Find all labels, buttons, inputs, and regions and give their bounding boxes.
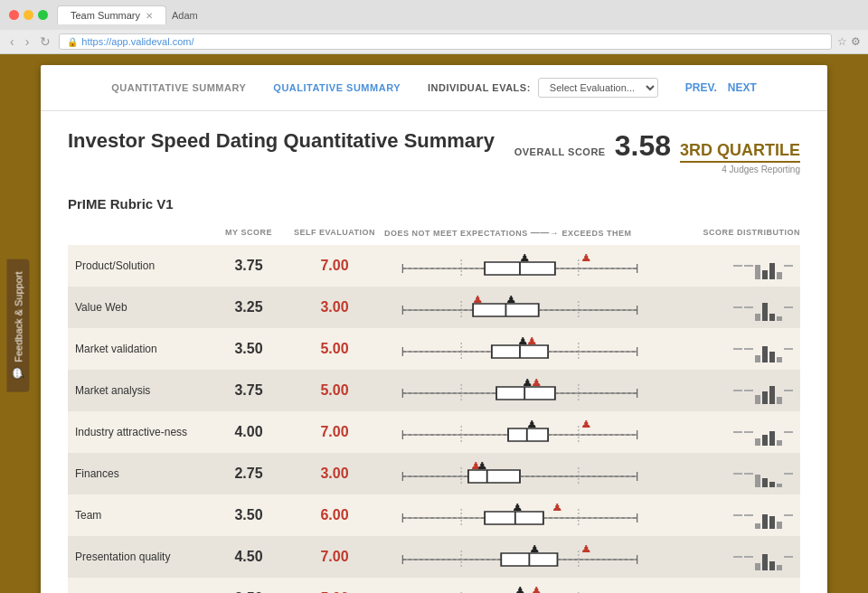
table-row: Finances 2.75 3.00 ♟ ♟ [68, 453, 800, 494]
svg-text:♟: ♟ [580, 252, 591, 263]
overall-score-value: 3.58 [615, 129, 671, 163]
lock-icon: 🔒 [67, 37, 78, 47]
judges-text: 4 Judges Reporting [722, 165, 800, 174]
boxplot-area: ♟ ♟ [384, 419, 656, 446]
extensions-icon[interactable]: ⚙ [851, 35, 861, 48]
tab-title: Team Summary [71, 10, 140, 21]
app-wrapper: 💬 Feedback & Support QUANTITATIVE SUMMAR… [0, 54, 868, 593]
dist-left-label: DOES NOT MEET EXPECTATIONS [384, 229, 528, 238]
dist-bar [769, 352, 775, 362]
overall-score-row: OVERALL SCORE 3.58 3RD QUARTILE [514, 129, 800, 163]
dist-dashes [784, 348, 793, 350]
individual-evals-section: INDIVIDUAL EVALS: Select Evaluation... [428, 78, 658, 98]
prev-next-nav: PREV. NEXT [685, 81, 757, 94]
browser-tab[interactable]: Team Summary ✕ [57, 5, 166, 24]
my-score: 3.75 [212, 258, 285, 274]
svg-text:♟: ♟ [512, 502, 523, 513]
refresh-icon[interactable]: ↻ [37, 34, 53, 49]
self-eval-score: 7.00 [285, 549, 384, 565]
svg-text:♟: ♟ [531, 585, 542, 593]
svg-rect-37 [496, 387, 555, 400]
svg-rect-70 [485, 512, 543, 524]
dist-area [656, 294, 800, 321]
main-content: Investor Speed Dating Quantitative Summa… [41, 111, 827, 593]
dist-area [656, 543, 800, 570]
dist-bar [777, 440, 782, 446]
dist-dashes [733, 306, 753, 308]
dist-dash [784, 390, 793, 391]
boxplot-svg: ♟ ♟ [392, 502, 648, 529]
svg-text:♟: ♟ [505, 294, 516, 305]
row-label: Market validation [68, 343, 212, 355]
col-header-self-eval: SELF EVALUATION [285, 228, 384, 238]
dist-right-label: EXCEEDS THEM [561, 229, 631, 238]
prev-button[interactable]: PREV. [685, 81, 717, 94]
qualitative-nav-link[interactable]: QUALITATIVE SUMMARY [273, 82, 401, 93]
boxplot-area: ♟ ♟ [384, 543, 656, 570]
dist-dashes [733, 348, 753, 350]
quantitative-nav-link[interactable]: QUANTITATIVE SUMMARY [111, 82, 246, 93]
dist-dashes [733, 390, 753, 391]
dist-area [656, 252, 800, 279]
self-eval-score: 6.00 [285, 507, 384, 523]
row-label: Finances [68, 467, 212, 480]
address-bar[interactable]: 🔒 https://app.valideval.com/ [59, 33, 832, 50]
dist-dash [784, 431, 793, 433]
dist-bar [769, 482, 775, 487]
svg-text:♟: ♟ [519, 252, 530, 263]
forward-icon[interactable]: › [23, 34, 33, 49]
dist-dash [733, 431, 742, 433]
table-row: Value Web 3.25 3.00 ♟ ♟ [68, 287, 800, 328]
eval-select[interactable]: Select Evaluation... [538, 78, 658, 98]
table-header: MY SCORE SELF EVALUATION DOES NOT MEET E… [68, 222, 800, 243]
my-score: 3.75 [212, 382, 285, 399]
feedback-label: Feedback & Support [13, 271, 24, 362]
dist-dash [784, 556, 793, 558]
dist-bar [777, 565, 782, 570]
bookmark-icon[interactable]: ☆ [837, 35, 847, 48]
my-score: 2.75 [212, 466, 285, 482]
self-eval-score: 7.00 [285, 258, 384, 274]
row-label: Value Web [68, 301, 212, 314]
dist-dash [733, 514, 742, 516]
quartile-badge: 3RD QUARTILE [680, 141, 800, 163]
row-label: Market analysis [68, 384, 212, 397]
dist-dashes [784, 431, 793, 433]
dist-bar [769, 386, 775, 404]
dist-bar [762, 478, 768, 487]
boxplot-svg: ♟ ♟ [392, 294, 648, 321]
svg-text:♟: ♟ [526, 335, 537, 346]
self-eval-score: 3.00 [285, 299, 384, 315]
dist-dash [744, 265, 753, 267]
maximize-dot[interactable] [38, 10, 48, 20]
dist-dash [784, 348, 793, 350]
svg-text:♟: ♟ [526, 419, 537, 429]
col-header-my-score: MY SCORE [212, 228, 285, 238]
boxplot-area: ♟ ♟ [384, 294, 656, 321]
feedback-icon: 💬 [13, 367, 24, 380]
dist-bar [777, 397, 782, 404]
next-button[interactable]: NEXT [728, 81, 757, 94]
dist-bar [755, 475, 760, 487]
dist-dash [784, 306, 793, 308]
feedback-tab[interactable]: 💬 Feedback & Support [7, 259, 30, 391]
boxplot-svg: ♟ ♟ [392, 585, 648, 593]
svg-text:♟: ♟ [514, 585, 525, 593]
table-row: Presentation quality 4.50 7.00 ♟ [68, 536, 800, 578]
svg-text:♟: ♟ [531, 377, 542, 388]
svg-text:♟: ♟ [522, 377, 533, 388]
tab-close-icon[interactable]: ✕ [146, 11, 153, 21]
dist-dash [744, 306, 753, 308]
my-score: 4.50 [212, 549, 285, 565]
score-section: OVERALL SCORE 3.58 3RD QUARTILE 4 Judges… [514, 129, 800, 174]
close-dot[interactable] [9, 10, 19, 20]
dist-bar [755, 395, 760, 404]
dist-bar [762, 554, 768, 570]
row-label: Presentation quality [68, 551, 212, 563]
back-icon[interactable]: ‹ [7, 34, 17, 49]
minimize-dot[interactable] [24, 10, 33, 20]
dist-dash [733, 348, 742, 350]
boxplot-area: ♟ ♟ [384, 585, 656, 593]
self-eval-score: 3.00 [285, 466, 384, 482]
col-header-score-dist: SCORE DISTRIBUTION [656, 228, 800, 238]
